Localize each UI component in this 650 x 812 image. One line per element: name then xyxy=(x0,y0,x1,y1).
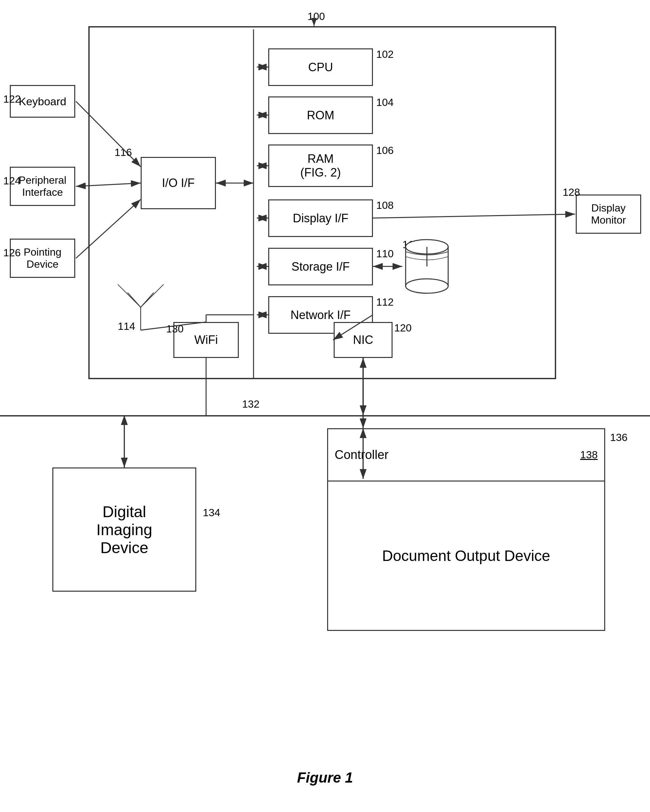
ref-138: 138 xyxy=(580,449,598,461)
digital-imaging-box: Digital Imaging Device xyxy=(52,467,196,592)
doc-output-device-label: Document Output Device xyxy=(382,547,550,565)
bottom-line xyxy=(0,415,650,417)
display-if-label: Display I/F xyxy=(293,212,349,225)
display-monitor-label: Display Monitor xyxy=(591,202,626,226)
ref-104: 104 xyxy=(376,96,393,108)
cpu-label: CPU xyxy=(308,61,333,74)
ref-126: 126 xyxy=(3,247,21,259)
ram-box: RAM (FIG. 2) xyxy=(268,145,373,187)
ref-132: 132 xyxy=(242,398,259,410)
display-monitor-box: Display Monitor xyxy=(576,194,641,234)
rom-box: ROM xyxy=(268,96,373,134)
controller-label: Controller xyxy=(335,448,388,462)
digital-imaging-label: Digital Imaging Device xyxy=(96,503,153,557)
io-if-label: I/O I/F xyxy=(162,176,195,190)
io-if-box: I/O I/F xyxy=(141,157,216,209)
keyboard-label: Keyboard xyxy=(18,95,66,108)
ref-120: 120 xyxy=(394,322,411,334)
ref-118: 118 xyxy=(402,239,420,251)
ref-130: 130 xyxy=(166,323,184,335)
nic-box: NIC xyxy=(334,322,393,358)
ref-110: 110 xyxy=(376,248,393,260)
doc-output-device-box: Controller 138 Document Output Device xyxy=(327,428,605,631)
cpu-box: CPU xyxy=(268,48,373,86)
ref-128: 128 xyxy=(563,186,580,198)
network-if-label: Network I/F xyxy=(291,308,351,322)
ref-116: 116 xyxy=(115,147,132,159)
diagram: 100 CPU ROM RAM (FIG. 2) Display I/F Sto… xyxy=(0,0,650,812)
pointing-device-label: Pointing Device xyxy=(24,246,61,270)
storage-if-label: Storage I/F xyxy=(292,260,350,273)
ref-108: 108 xyxy=(376,199,393,212)
ref-124: 124 xyxy=(3,175,21,187)
ref-106: 106 xyxy=(376,145,393,157)
ref-134: 134 xyxy=(203,507,220,519)
ref-102: 102 xyxy=(376,48,393,61)
ref-114: 114 xyxy=(118,321,135,333)
rom-label: ROM xyxy=(307,108,334,122)
display-if-box: Display I/F xyxy=(268,199,373,237)
storage-if-box: Storage I/F xyxy=(268,248,373,285)
ref-112: 112 xyxy=(376,296,393,308)
ram-label: RAM (FIG. 2) xyxy=(300,152,341,180)
ref-122: 122 xyxy=(3,93,21,105)
figure-label: Figure 1 xyxy=(297,769,353,786)
ref-100: 100 xyxy=(307,11,325,23)
peripheral-if-label: Peripheral Interface xyxy=(18,174,66,198)
wifi-label: WiFi xyxy=(194,333,218,347)
ref-136: 136 xyxy=(610,432,627,444)
nic-label: NIC xyxy=(353,333,373,347)
